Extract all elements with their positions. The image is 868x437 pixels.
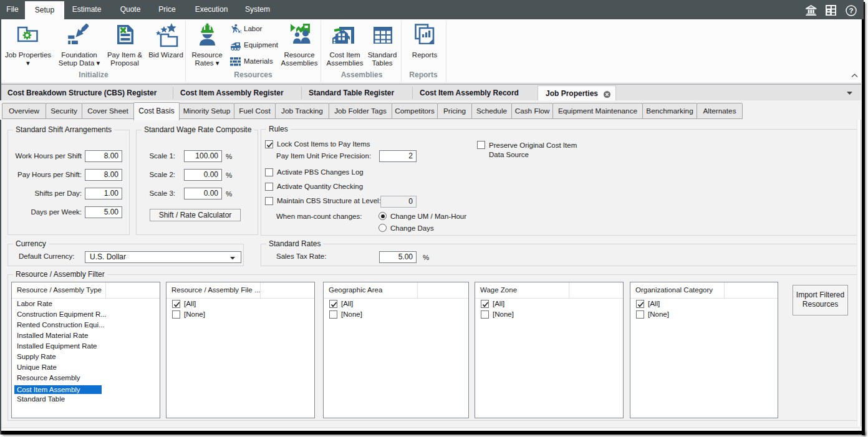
svg-text:?: ? (849, 7, 853, 14)
